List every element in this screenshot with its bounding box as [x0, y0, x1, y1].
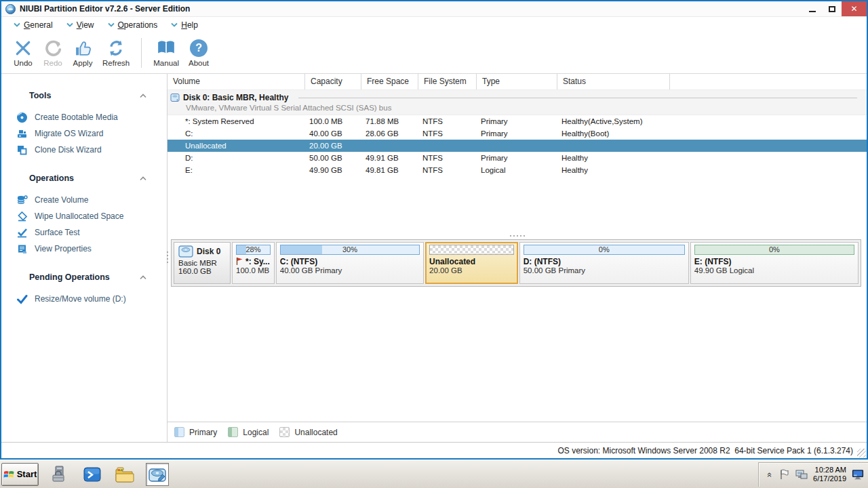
check-icon — [16, 293, 28, 305]
partition-block[interactable]: 0% E: (NTFS) 49.90 GB Logical — [690, 242, 859, 284]
cell-status: Healthy(Active,System) — [557, 115, 670, 127]
pending-operation-resize-move[interactable]: Resize/Move volume (D:) — [1, 291, 167, 307]
disk-info-block[interactable]: Disk 0 Basic MBR 160.0 GB — [174, 242, 231, 284]
cell-volume: *: System Reserved — [167, 115, 305, 127]
chevron-down-icon — [66, 22, 73, 27]
taskbar-item-niubi-partition-editor[interactable] — [146, 463, 169, 486]
disk-drive-icon — [178, 245, 193, 258]
chevron-down-icon — [14, 22, 20, 27]
legend: Primary Logical Unallocated — [167, 422, 867, 442]
minimize-button[interactable] — [802, 1, 822, 16]
table-row[interactable]: Unallocated 20.00 GB — [167, 140, 867, 152]
undo-button[interactable]: Undo — [8, 37, 38, 70]
toolbar: Undo Redo Apply Refresh Manual ? About — [1, 33, 867, 74]
table-row[interactable]: D: 50.00 GB 49.91 GB NTFS Primary Health… — [167, 152, 867, 164]
menu-item-label: Help — [181, 20, 198, 30]
partition-block[interactable]: 28% *: Sy... 100.0 MB — [232, 242, 275, 284]
tray-date: 6/17/2019 — [813, 474, 846, 483]
legend-item: Logical — [228, 427, 269, 437]
partition-size: 50.00 GB Primary — [524, 266, 685, 274]
cell-volume: C: — [167, 127, 305, 140]
resize-grip[interactable] — [857, 449, 866, 458]
taskbar-item-explorer[interactable] — [113, 463, 136, 486]
column-header-capacity[interactable]: Capacity — [305, 74, 361, 89]
sidebar-header-tools[interactable]: Tools — [1, 89, 167, 102]
network-icon[interactable] — [795, 468, 808, 481]
start-label: Start — [17, 469, 37, 479]
disk-map-panel: Disk 0 Basic MBR 160.0 GB 28% *: Sy... — [171, 239, 861, 287]
menu-item-label: View — [77, 20, 94, 30]
windows-logo-icon — [3, 469, 15, 479]
disk-group-row[interactable]: Disk 0: Basic MBR, Healthy VMware, VMwar… — [167, 90, 867, 115]
app-logo-icon — [5, 4, 16, 14]
start-button[interactable]: Start — [1, 463, 39, 486]
column-header-free-space[interactable]: Free Space — [361, 74, 418, 89]
sidebar-item-create-volume[interactable]: Create Volume — [1, 192, 167, 208]
cell-free-space: 49.81 GB — [361, 164, 418, 176]
cell-volume: Unallocated — [167, 140, 305, 152]
legend-swatch-icon — [279, 427, 290, 437]
usage-percent: 30% — [281, 245, 419, 254]
partition-size: 40.00 GB Primary — [280, 266, 420, 274]
menu-item[interactable]: View — [61, 18, 100, 32]
column-header-file-system[interactable]: File System — [418, 74, 477, 89]
taskbar-item-powershell[interactable] — [81, 463, 104, 486]
display-monitor-icon[interactable] — [852, 468, 864, 481]
tray-expand-icon[interactable]: » — [764, 470, 774, 479]
manual-button[interactable]: Manual — [149, 37, 184, 70]
maximize-button[interactable] — [822, 1, 842, 16]
tray-clock[interactable]: 10:28 AM 6/17/2019 — [813, 466, 846, 483]
sidebar-item-surface-test[interactable]: Surface Test — [1, 224, 167, 241]
menu-item[interactable]: Operations — [102, 18, 163, 32]
sidebar-header-pending-operations[interactable]: Pending Operations — [1, 270, 167, 284]
partition-block[interactable]: 30% C: (NTFS) 40.00 GB Primary — [276, 242, 424, 284]
partition-block[interactable]: 0% D: (NTFS) 50.00 GB Primary — [519, 242, 689, 284]
legend-swatch-icon — [174, 427, 184, 437]
legend-swatch-icon — [228, 427, 238, 437]
table-header-row: Volume Capacity Free Space File System T… — [167, 74, 867, 90]
table-row[interactable]: C: 40.00 GB 28.06 GB NTFS Primary Health… — [167, 127, 867, 140]
taskbar: Start » — [0, 460, 868, 488]
disk-group-subtitle: VMware, VMware Virtual S Serial Attached… — [170, 104, 867, 112]
cell-free-space — [361, 140, 418, 152]
properties-document-icon — [16, 243, 28, 255]
redo-button[interactable]: Redo — [38, 37, 68, 70]
toolbar-separator — [141, 38, 142, 68]
title-bar[interactable]: NIUBI Partition Editor v7.2.6 - Server E… — [1, 1, 867, 16]
panel-splitter-handle[interactable] — [167, 232, 867, 239]
cell-free-space: 28.06 GB — [361, 127, 418, 140]
create-volume-icon — [16, 195, 28, 206]
menu-item[interactable]: General — [8, 18, 58, 32]
sidebar-item-clone-disk-wizard[interactable]: Clone Disk Wizard — [1, 142, 167, 158]
table-row[interactable]: E: 49.90 GB 49.81 GB NTFS Logical Health… — [167, 164, 867, 176]
question-mark-icon: ? — [190, 39, 208, 57]
partition-size: 20.00 GB — [429, 266, 514, 274]
apply-button[interactable]: Apply — [68, 37, 98, 70]
sidebar-section-pending-operations: Pending Operations Resize/Move volume (D… — [1, 270, 167, 307]
os-version-text: OS version: Microsoft Windows Server 200… — [557, 446, 853, 455]
cell-free-space: 71.88 MB — [361, 115, 418, 127]
disk-name: Disk 0 — [197, 247, 220, 256]
refresh-icon — [107, 39, 125, 57]
refresh-button[interactable]: Refresh — [98, 37, 134, 70]
cell-type: Logical — [477, 164, 557, 176]
column-header-volume[interactable]: Volume — [167, 74, 305, 89]
menu-item[interactable]: Help — [165, 18, 203, 32]
column-header-type[interactable]: Type — [477, 74, 557, 89]
close-button[interactable]: ✕ — [842, 1, 867, 16]
sidebar-header-operations[interactable]: Operations — [1, 171, 167, 185]
undo-icon — [14, 39, 32, 57]
sidebar-item-migrate-os-wizard[interactable]: Migrate OS Wizard — [1, 125, 167, 142]
column-header-status[interactable]: Status — [557, 74, 670, 89]
partition-block[interactable]: Unallocated 20.00 GB — [425, 242, 518, 284]
about-button[interactable]: ? About — [184, 37, 214, 70]
table-row[interactable]: *: System Reserved 100.0 MB 71.88 MB NTF… — [167, 115, 867, 127]
sidebar-item-create-bootable-media[interactable]: Create Bootable Media — [1, 109, 167, 125]
legend-label: Unallocated — [294, 428, 337, 437]
sidebar-splitter-handle[interactable] — [165, 251, 169, 263]
sidebar-item-view-properties[interactable]: View Properties — [1, 241, 167, 257]
sidebar-item-wipe-unallocated-space[interactable]: Wipe Unallocated Space — [1, 208, 167, 224]
taskbar-item-server-manager[interactable] — [48, 463, 71, 486]
server-manager-icon — [50, 465, 69, 484]
action-center-flag-icon[interactable] — [778, 468, 790, 481]
